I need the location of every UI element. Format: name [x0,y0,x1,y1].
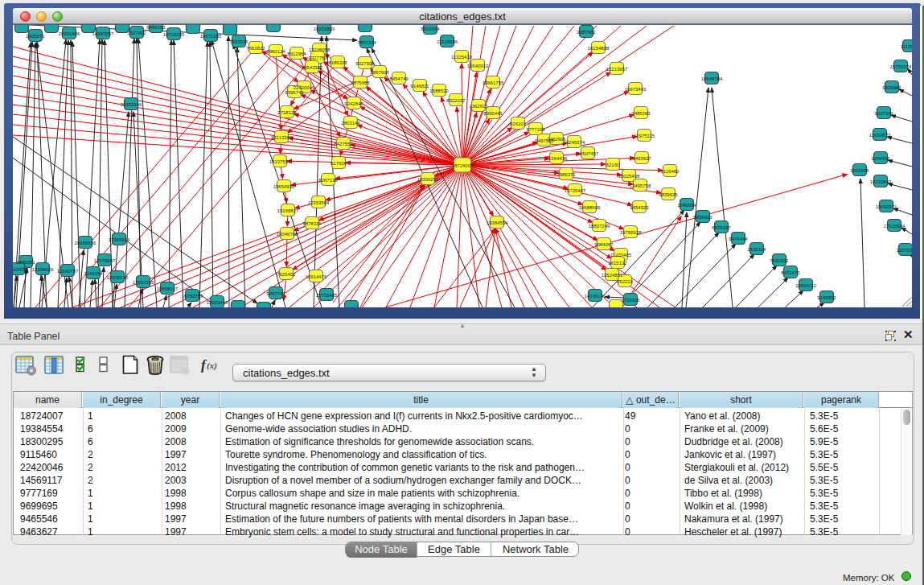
svg-text:15640910: 15640910 [467,64,489,68]
svg-text:9245652: 9245652 [817,295,836,300]
svg-text:9329966: 9329966 [882,85,901,90]
svg-text:7857224: 7857224 [357,40,376,45]
svg-text:7632621: 7632621 [770,258,789,263]
svg-text:10507457: 10507457 [577,151,599,156]
svg-text:18300295: 18300295 [417,177,439,182]
svg-text:16107554: 16107554 [269,159,291,164]
svg-text:12093873: 12093873 [869,133,891,138]
svg-text:13524851: 13524851 [602,273,623,278]
svg-text:917006: 917006 [331,161,347,166]
svg-text:8267130: 8267130 [318,178,338,183]
svg-text:9084067: 9084067 [594,242,614,247]
svg-text:9115460: 9115460 [661,169,680,174]
svg-text:62160: 62160 [606,163,620,167]
svg-text:17959924: 17959924 [109,237,130,242]
svg-text:19756928: 19756928 [620,230,642,235]
svg-text:3215955: 3215955 [850,168,869,173]
svg-text:8454749: 8454749 [389,76,409,81]
svg-text:10025438: 10025438 [618,174,640,179]
svg-text:8427552: 8427552 [334,142,353,146]
svg-text:12975115: 12975115 [634,134,655,138]
svg-text:9146821: 9146821 [410,84,429,89]
svg-text:1733426: 1733426 [621,298,640,303]
svg-text:7625402: 7625402 [277,272,296,277]
svg-text:16671355: 16671355 [200,34,222,39]
svg-text:1143194: 1143194 [84,271,104,276]
svg-text:12353584: 12353584 [308,200,330,205]
svg-text:7663822: 7663822 [246,46,265,51]
svg-text:(x): (x) [207,360,217,371]
svg-text:9327750: 9327750 [308,56,327,60]
svg-text:9777169: 9777169 [526,127,545,132]
svg-text:13245374: 13245374 [564,140,585,145]
svg-text:2305571: 2305571 [26,34,45,39]
svg-text:5938913: 5938913 [693,215,713,220]
svg-text:1362615: 1362615 [469,104,488,109]
svg-text:16961755: 16961755 [483,80,504,85]
svg-text:8990443: 8990443 [483,111,503,116]
svg-text:8813054: 8813054 [421,27,440,31]
svg-text:6679197: 6679197 [712,225,731,230]
svg-text:19384554: 19384554 [487,220,508,225]
svg-text:7485063: 7485063 [631,111,651,116]
svg-text:9463627: 9463627 [632,156,651,161]
svg-text:26053346: 26053346 [121,102,142,107]
svg-text:2803144: 2803144 [341,121,360,126]
svg-text:15751074: 15751074 [890,64,912,69]
svg-text:10973493: 10973493 [625,87,647,92]
svg-text:2935114: 2935114 [748,247,767,252]
svg-text:16033809: 16033809 [314,27,335,31]
svg-text:16914479: 16914479 [306,274,327,279]
svg-text:3919377: 3919377 [13,267,27,272]
svg-text:11218586: 11218586 [437,39,458,44]
svg-text:12975867: 12975867 [94,258,116,263]
svg-text:252214: 252214 [617,279,634,284]
svg-text:14136141: 14136141 [585,294,606,299]
svg-text:1527602: 1527602 [127,31,146,35]
svg-text:1167534: 1167534 [897,248,912,253]
svg-text:17016504: 17016504 [884,224,906,229]
svg-text:10688609: 10688609 [579,205,601,210]
svg-text:18807249: 18807249 [589,224,610,229]
svg-text:10958127: 10958127 [157,286,179,291]
svg-text:12156829: 12156829 [32,267,54,272]
svg-text:19654935: 19654935 [273,184,295,189]
svg-text:7986372: 7986372 [556,172,576,177]
svg-text:1640954: 1640954 [677,203,696,208]
svg-text:6839635: 6839635 [659,192,678,197]
svg-text:3875685: 3875685 [351,80,370,85]
svg-text:8471676: 8471676 [781,270,800,275]
svg-text:916101: 916101 [510,122,527,126]
svg-text:17957255: 17957255 [133,280,154,285]
svg-text:2867608: 2867608 [370,70,389,75]
svg-text:12942757: 12942757 [57,269,79,274]
svg-text:1244415: 1244415 [871,156,890,161]
svg-text:16154808: 16154808 [588,46,610,51]
svg-text:6466160: 6466160 [146,25,166,30]
svg-text:26206556: 26206556 [75,241,97,245]
svg-text:9654923: 9654923 [630,205,649,210]
svg-text:2087682: 2087682 [577,30,596,35]
svg-text:8322037: 8322037 [446,98,466,103]
svg-text:9474444: 9474444 [729,237,748,241]
svg-text:21364436: 21364436 [546,156,568,161]
svg-text:1588520: 1588520 [429,89,449,93]
svg-text:10654112: 10654112 [795,283,817,288]
svg-text:11207465: 11207465 [610,253,632,257]
svg-text:2718126: 2718126 [277,110,297,115]
svg-text:16648784: 16648784 [701,76,723,81]
svg-text:9227343: 9227343 [874,111,893,116]
svg-text:12213957: 12213957 [606,67,628,72]
svg-text:16543382: 16543382 [302,65,323,70]
svg-text:10046708: 10046708 [277,232,298,237]
svg-text:16782759: 16782759 [182,294,203,299]
svg-text:12495758: 12495758 [630,183,651,188]
svg-text:1615132: 1615132 [608,261,627,266]
svg-text:10719155: 10719155 [163,32,185,37]
svg-text:12213389: 12213389 [271,135,293,140]
svg-text:9396743: 9396743 [285,90,304,95]
svg-text:9242848: 9242848 [344,101,363,106]
svg-text:9457741: 9457741 [266,291,285,296]
svg-text:1112685: 1112685 [901,44,912,49]
svg-text:12923448: 12923448 [207,300,228,305]
